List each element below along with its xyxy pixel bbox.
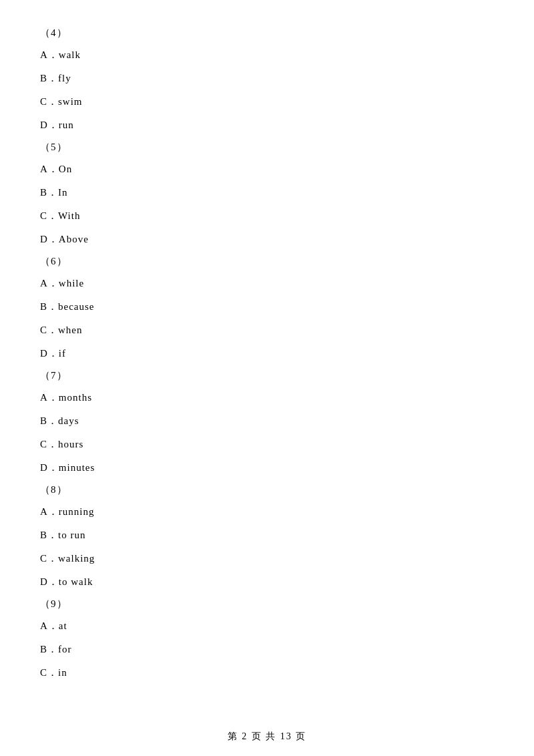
option-q5-1: B．In xyxy=(40,184,494,202)
option-q7-2: C．hours xyxy=(40,435,494,453)
option-q6-0: A．while xyxy=(40,274,494,293)
question-number-q6: （6） xyxy=(40,255,494,268)
option-q9-1: B．for xyxy=(40,640,494,658)
option-q7-0: A．months xyxy=(40,389,494,407)
page-footer: 第 2 页 共 13 页 xyxy=(0,731,534,743)
question-number-q7: （7） xyxy=(40,369,494,382)
option-q9-2: C．in xyxy=(40,664,494,682)
option-q8-3: D．to walk xyxy=(40,573,494,591)
question-number-q9: （9） xyxy=(40,598,494,610)
question-number-q4: （4） xyxy=(40,27,494,39)
option-q7-3: D．minutes xyxy=(40,459,494,477)
option-q5-0: A．On xyxy=(40,160,494,178)
option-q5-3: D．Above xyxy=(40,230,494,248)
footer-text: 第 2 页 共 13 页 xyxy=(228,731,307,741)
option-q8-1: B．to run xyxy=(40,526,494,544)
question-number-q5: （5） xyxy=(40,141,494,154)
question-number-q8: （8） xyxy=(40,484,494,496)
option-q7-1: B．days xyxy=(40,412,494,430)
option-q8-2: C．walking xyxy=(40,550,494,568)
option-q4-3: D．run xyxy=(40,116,494,134)
option-q9-0: A．at xyxy=(40,617,494,635)
option-q6-3: D．if xyxy=(40,345,494,363)
option-q4-1: B．fly xyxy=(40,69,494,87)
option-q6-2: C．when xyxy=(40,321,494,339)
option-q4-0: A．walk xyxy=(40,46,494,64)
option-q4-2: C．swim xyxy=(40,93,494,111)
option-q5-2: C．With xyxy=(40,207,494,225)
option-q8-0: A．running xyxy=(40,503,494,521)
page-content: （4）A．walkB．flyC．swimD．run（5）A．OnB．InC．Wi… xyxy=(0,0,534,727)
option-q6-1: B．because xyxy=(40,298,494,316)
